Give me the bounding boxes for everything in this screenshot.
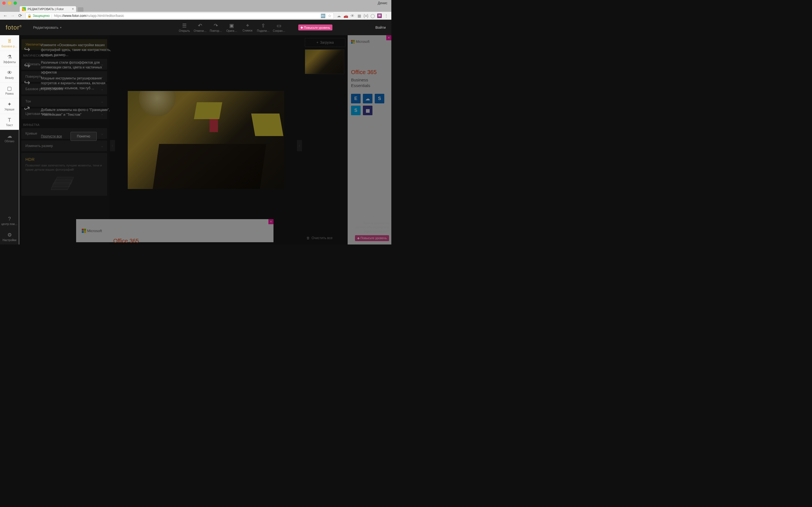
panel-tone[interactable]: Тон⌄: [21, 96, 107, 107]
hdr-card[interactable]: HDR Позволяет вам запечатлеть лучшие мом…: [21, 153, 107, 196]
tip-arrow-icon: ↩: [24, 61, 30, 70]
ad-app-icons: E ☁ S S ▦: [351, 94, 388, 115]
ms-logo: Microsoft: [351, 40, 388, 44]
browser-tab[interactable]: РЕДАКТИРОВАТЬ | Fotor ×: [20, 6, 76, 12]
rail-effects[interactable]: ⚗Эффекты: [0, 51, 19, 67]
panel-tone-label: Тон: [26, 100, 31, 103]
mac-minimize-button[interactable]: [8, 1, 11, 5]
redo-label: Повтор…: [210, 29, 222, 33]
rail-settings-label: Настройки: [3, 238, 16, 242]
share-icon: ⇪: [261, 22, 265, 29]
ad-close-button[interactable]: ×: [386, 35, 391, 40]
flask-icon: ⚗: [7, 54, 12, 60]
rail-cloud[interactable]: ☁Облако: [0, 130, 19, 146]
chrome-menu-icon[interactable]: ⋮: [384, 13, 389, 18]
skype-icon: S: [351, 106, 361, 115]
address-field[interactable]: 🔒 Защищено | https ://www.fotor.com /ru/…: [26, 13, 334, 19]
rail-help[interactable]: ?центр пом…: [0, 213, 19, 229]
ext-eye-icon[interactable]: 👁: [350, 13, 355, 18]
reload-button[interactable]: ⟳: [17, 13, 23, 19]
mac-close-button[interactable]: [2, 1, 6, 5]
tab-close-icon[interactable]: ×: [72, 7, 74, 11]
upload-button[interactable]: + Загрузка: [305, 38, 345, 47]
panel-resize[interactable]: Изменить размер⌄: [21, 140, 107, 151]
undo-button[interactable]: ↶Отмени…: [192, 22, 208, 33]
new-tab-button[interactable]: [78, 7, 84, 12]
save-label: Сохран…: [273, 29, 285, 33]
undo-label: Отмени…: [194, 29, 207, 33]
ext-cloud-icon[interactable]: ☁: [337, 13, 341, 18]
text-icon: T: [8, 117, 11, 123]
chevron-down-icon: ▾: [60, 26, 61, 29]
save-button[interactable]: ▭Сохран…: [271, 22, 287, 33]
clear-all-button[interactable]: 🗑 Очистить все: [305, 234, 345, 242]
snapshot-label: Снимок: [243, 29, 252, 32]
ext-circle-icon[interactable]: ◯: [370, 13, 375, 18]
rail-text[interactable]: TТекст: [0, 114, 19, 130]
tab-title: РЕДАКТИРОВАТЬ | Fotor: [28, 7, 64, 11]
forward-button[interactable]: →: [10, 13, 16, 19]
diamond-icon: ◆: [301, 25, 303, 29]
ad-subtitle: BusinessEssentials: [351, 77, 388, 88]
browser-tab-row: РЕДАКТИРОВАТЬ | Fotor ×: [0, 6, 391, 12]
ms-label: Microsoft: [356, 40, 370, 44]
redo-button[interactable]: ↷Повтор…: [208, 22, 224, 33]
star-icon[interactable]: ☆: [327, 13, 332, 18]
chevron-down-icon: ⌄: [101, 132, 103, 135]
edit-dropdown-label: Редактировать: [33, 25, 58, 30]
bottom-banner-ad: × Microsoft Office 365 Business Essentia…: [76, 219, 273, 242]
rail-text-label: Текст: [6, 124, 13, 127]
ext-w-icon[interactable]: W: [377, 13, 382, 18]
promo-text: Хотите бесплатно разместить результаты р…: [356, 221, 389, 233]
banner-close-button[interactable]: ×: [268, 219, 273, 224]
star-outline-icon: ✦: [7, 101, 11, 107]
mac-maximize-button[interactable]: [13, 1, 17, 5]
promo-btn-label: Повысьте уровень: [361, 236, 387, 240]
share-button[interactable]: ⇪Подели…: [255, 22, 271, 33]
sharepoint-icon: S: [375, 94, 384, 103]
panel-rotate-label: Повернуть: [26, 75, 42, 78]
tip-beauty: Мощные инструменты ретуширования портрет…: [41, 76, 114, 91]
upgrade-badge[interactable]: ◆ Повысьте уровень: [298, 24, 333, 31]
ext-tile-icon[interactable]: ▦: [357, 13, 361, 18]
skip-all-link[interactable]: Пропусти все: [41, 134, 62, 138]
original-label: Ориги…: [226, 29, 237, 33]
rail-cloud-label: Облако: [4, 140, 14, 143]
banner-main: Office 365 Business Essentials: [113, 212, 151, 244]
rail-beauty[interactable]: 👁Beauty: [0, 67, 19, 82]
edit-dropdown[interactable]: Редактировать ▾: [33, 25, 61, 30]
save-icon: ▭: [276, 22, 282, 29]
rail-frame[interactable]: ▢Рамка: [0, 82, 19, 98]
got-it-button[interactable]: Понятно: [70, 132, 97, 141]
fotor-logo[interactable]: fotor®: [6, 24, 22, 31]
open-button[interactable]: ☰Открыть: [176, 22, 192, 33]
ad-office-title: Office 365: [351, 69, 388, 75]
translate-icon[interactable]: 🔤: [320, 13, 325, 18]
rail-help-label: центр пом…: [1, 223, 17, 226]
canvas-next-button[interactable]: ›: [297, 140, 302, 151]
rail-stickers[interactable]: ✦Украше: [0, 98, 19, 114]
chevron-down-icon: ⌄: [101, 145, 103, 148]
ext-car-icon[interactable]: 🚗: [343, 13, 348, 18]
canvas-prev-button[interactable]: ‹: [110, 140, 115, 151]
menu-icon: ☰: [182, 22, 187, 29]
canvas-image[interactable]: [128, 91, 284, 189]
upload-label: Загрузка: [320, 41, 334, 45]
tip-decorate: Добавьте элементы на фото с "Границами",…: [41, 108, 114, 117]
login-button[interactable]: Войти: [375, 25, 386, 30]
diamond-icon: ◆: [357, 236, 359, 240]
rail-basic[interactable]: 🎚Базовое р…: [0, 35, 19, 51]
secure-label: Защищено: [33, 14, 50, 18]
left-rail: 🎚Базовое р… ⚗Эффекты 👁Beauty ▢Рамка ✦Укр…: [0, 35, 19, 244]
back-button[interactable]: ←: [2, 13, 8, 19]
onedrive-icon: ☁: [363, 94, 372, 103]
promo-upgrade-button[interactable]: ◆ Повысьте уровень: [355, 235, 389, 241]
rail-frame-label: Рамка: [5, 92, 13, 95]
teams-icon: ▦: [363, 106, 372, 115]
ext-braces-icon[interactable]: {≡}: [364, 13, 368, 18]
snapshot-button[interactable]: ⌖Снимок: [240, 22, 255, 33]
rail-settings[interactable]: ⚙Настройки: [0, 229, 19, 244]
thumbnail[interactable]: [305, 49, 344, 74]
clear-all-label: Очистить все: [312, 236, 333, 240]
original-button[interactable]: ▣Ориги…: [224, 22, 240, 33]
